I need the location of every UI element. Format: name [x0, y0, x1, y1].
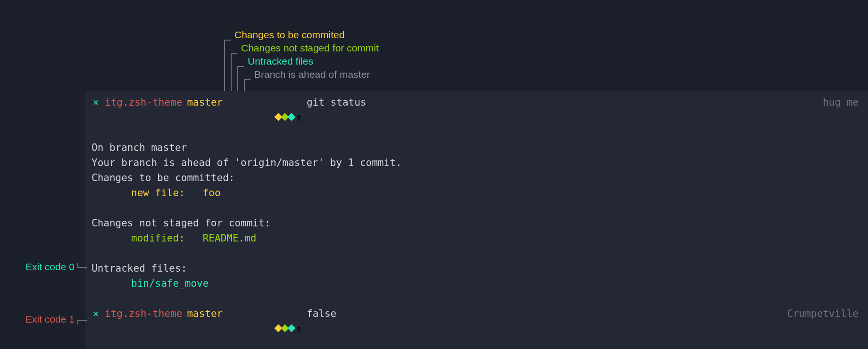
output-line-4: new file: foo [92, 185, 221, 200]
ahead-arrow-icon: ↑ [296, 110, 302, 125]
legend-unstaged: Changes not staged for commit [241, 42, 379, 55]
prompt-branch: master [187, 306, 223, 321]
output-line-6: modified: README.md [92, 231, 257, 246]
output-line-3: Changes to be committed: [92, 170, 234, 185]
legend-group: Changes to be commited Changes not stage… [224, 28, 379, 81]
annotation-exit-code-0: Exit code 0 [25, 261, 87, 273]
status-diamonds: ↑ [227, 306, 302, 349]
ahead-arrow-icon: ↑ [296, 321, 302, 336]
status-diamonds: ↑ [227, 95, 302, 140]
legend-ahead: Branch is ahead of master [254, 68, 370, 81]
output-line-7: Untracked files: [92, 261, 187, 276]
status-ok-icon: × [92, 95, 100, 110]
output-line-8: bin/safe_move [92, 276, 209, 291]
legend-staged: Changes to be commited [234, 28, 344, 42]
output-line-2: Your branch is ahead of 'origin/master' … [92, 155, 401, 170]
prompt-row-1: × itg.zsh-theme master ↑ git status hug … [92, 95, 859, 140]
rprompt-1: hug me [823, 95, 859, 110]
rprompt-2: Crumpetville [787, 306, 859, 321]
prompt-row-2: × itg.zsh-theme master ↑ false Crumpetvi… [92, 306, 859, 349]
terminal-window[interactable]: × itg.zsh-theme master ↑ git status hug … [85, 91, 868, 349]
status-ok-icon: × [92, 306, 100, 321]
prompt-branch: master [187, 95, 223, 110]
diamond-untracked-icon [288, 324, 296, 332]
legend-untracked: Untracked files [248, 55, 313, 68]
command-2: false [307, 306, 336, 321]
prompt-dir: itg.zsh-theme [105, 306, 182, 321]
prompt-dir: itg.zsh-theme [105, 95, 182, 110]
diamond-untracked-icon [288, 113, 296, 121]
output-line-5: Changes not staged for commit: [92, 216, 270, 231]
command-1: git status [307, 95, 366, 110]
output-line-1: On branch master [92, 140, 187, 155]
annotation-exit-code-1: Exit code 1 [25, 314, 87, 325]
